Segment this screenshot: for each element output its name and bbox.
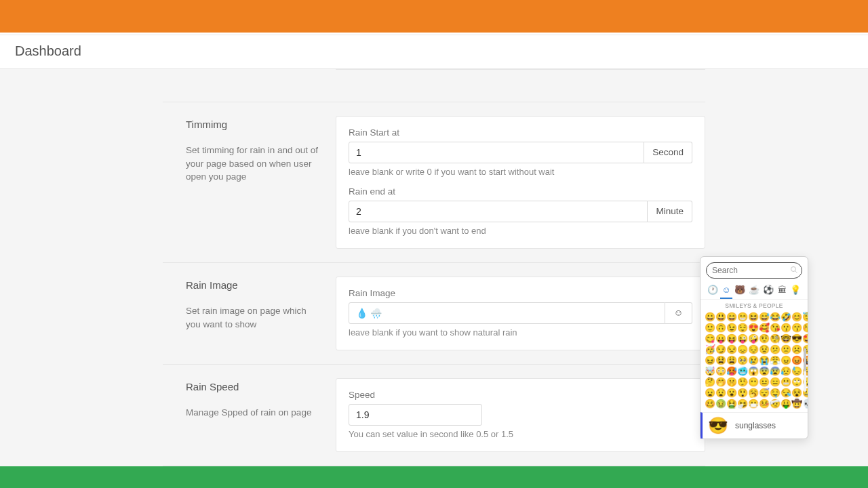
emoji-item[interactable]: 😥 [781,366,791,377]
emoji-item[interactable]: 😤 [770,355,781,366]
emoji-item[interactable]: 🤮 [726,399,737,409]
emoji-item[interactable]: 😇 [802,312,808,323]
rain-start-input[interactable] [349,142,644,163]
emoji-item[interactable]: 😛 [715,333,726,344]
emoji-item[interactable]: 😢 [748,355,759,366]
emoji-tab[interactable]: 🕐 [706,283,719,299]
emoji-item[interactable]: 😨 [759,366,770,377]
emoji-item[interactable]: 🙂 [705,323,715,333]
emoji-item[interactable]: 🙄 [791,377,802,388]
emoji-item[interactable]: 😗 [781,323,791,333]
emoji-item[interactable]: 🤤 [770,388,781,399]
emoji-item[interactable]: 🙁 [781,344,791,355]
emoji-item[interactable]: 😱 [748,366,759,377]
emoji-tab[interactable]: 💡 [789,283,802,299]
emoji-item[interactable]: 🤪 [748,333,759,344]
emoji-item[interactable]: 😡 [791,355,802,366]
emoji-item[interactable]: 🤔 [705,377,715,388]
emoji-item[interactable]: 🥺 [737,355,748,366]
emoji-item[interactable]: 😜 [737,333,748,344]
emoji-item[interactable]: 🥳 [705,344,715,355]
emoji-item[interactable]: 🤨 [759,333,770,344]
emoji-item[interactable]: 😪 [781,388,791,399]
emoji-item[interactable]: 🤠 [791,399,802,409]
emoji-item[interactable]: 💀 [802,399,808,409]
emoji-item[interactable]: 😲 [737,388,748,399]
emoji-item[interactable]: 🥵 [726,366,737,377]
emoji-item[interactable]: 😟 [759,344,770,355]
emoji-item[interactable]: ☹️ [791,344,802,355]
emoji-item[interactable]: 😝 [726,333,737,344]
emoji-item[interactable]: 🤫 [726,377,737,388]
emoji-item[interactable]: 😁 [737,312,748,323]
emoji-item[interactable]: 😉 [726,323,737,333]
svg-line-1 [795,271,797,273]
emoji-item[interactable]: 😓 [791,366,802,377]
emoji-item[interactable]: 🤯 [705,366,715,377]
emoji-item[interactable]: 🤓 [781,333,791,344]
emoji-item[interactable]: 😃 [715,312,726,323]
emoji-item[interactable]: 😳 [715,366,726,377]
emoji-item[interactable]: 😘 [770,323,781,333]
emoji-item[interactable]: 😎 [791,333,802,344]
emoji-item[interactable]: 😷 [748,399,759,409]
emoji-item[interactable]: 😠 [781,355,791,366]
emoji-item[interactable]: 🤩 [802,333,808,344]
emoji-item[interactable]: 😍 [748,323,759,333]
emoji-item[interactable]: 😮 [726,388,737,399]
emoji-item[interactable]: 😕 [770,344,781,355]
emoji-item[interactable]: 😫 [715,355,726,366]
emoji-item[interactable]: 😦 [705,388,715,399]
emoji-item[interactable]: 😴 [759,388,770,399]
emoji-item[interactable]: 😵 [791,388,802,399]
emoji-item[interactable]: 🥴 [705,399,715,409]
emoji-item[interactable]: 😏 [715,344,726,355]
speed-input[interactable] [349,404,482,426]
emoji-item[interactable]: 😬 [781,377,791,388]
emoji-tab[interactable]: ☕ [747,283,761,299]
emoji-tab[interactable]: ⚽ [762,283,775,299]
emoji-item[interactable]: 😒 [726,344,737,355]
emoji-item[interactable]: 🤒 [759,399,770,409]
rain-image-input[interactable] [349,302,665,324]
emoji-item[interactable]: 😌 [737,323,748,333]
emoji-tab[interactable]: 🐻 [733,283,747,299]
emoji-item[interactable]: 🤥 [737,377,748,388]
emoji-item[interactable]: 🥶 [737,366,748,377]
emoji-item[interactable]: 😧 [715,388,726,399]
emoji-item[interactable]: 😆 [748,312,759,323]
emoji-item[interactable]: 🥰 [759,323,770,333]
emoji-item[interactable]: 🤑 [781,399,791,409]
emoji-tab[interactable]: ☺ [720,283,732,299]
emoji-item[interactable]: 🤭 [715,377,726,388]
emoji-item[interactable]: 🤢 [715,399,726,409]
emoji-item[interactable]: 🥱 [748,388,759,399]
emoji-item[interactable]: 😅 [759,312,770,323]
emoji-item[interactable]: 🤣 [781,312,791,323]
emoji-item[interactable]: 😂 [770,312,781,323]
emoji-item[interactable]: 😐 [759,377,770,388]
emoji-item[interactable]: 🧐 [770,333,781,344]
emoji-item[interactable]: 😚 [802,323,808,333]
emoji-item[interactable]: 🤧 [737,399,748,409]
emoji-scrollbar[interactable] [804,348,806,392]
emoji-item[interactable]: 😀 [705,312,715,323]
emoji-item[interactable]: 😑 [770,377,781,388]
emoji-item[interactable]: 😞 [737,344,748,355]
emoji-item[interactable]: 😔 [748,344,759,355]
emoji-item[interactable]: 😄 [726,312,737,323]
rain-end-input[interactable] [349,201,648,222]
emoji-item[interactable]: 😶 [748,377,759,388]
emoji-picker-button[interactable]: ☺ [665,302,692,324]
emoji-item[interactable]: 😖 [705,355,715,366]
emoji-item[interactable]: 😭 [759,355,770,366]
emoji-tab[interactable]: 🏛 [776,283,788,299]
emoji-item[interactable]: 🤕 [770,399,781,409]
emoji-item[interactable]: 😊 [791,312,802,323]
emoji-item[interactable]: 😩 [726,355,737,366]
emoji-item[interactable]: 😰 [770,366,781,377]
emoji-item[interactable]: 🙃 [715,323,726,333]
emoji-item[interactable]: 😙 [791,323,802,333]
emoji-search-input[interactable] [706,262,802,279]
emoji-item[interactable]: 😋 [705,333,715,344]
